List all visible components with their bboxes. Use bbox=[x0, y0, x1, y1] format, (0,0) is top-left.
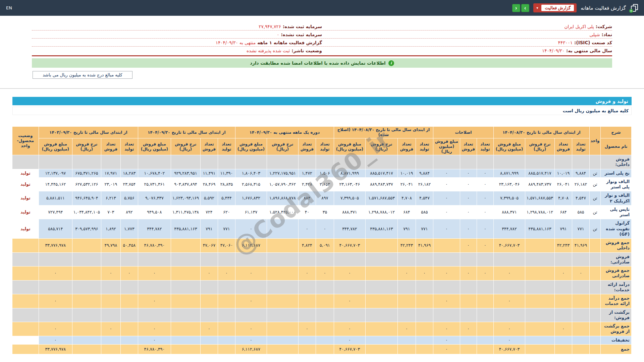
product-status-cell bbox=[12, 155, 39, 169]
topbar: + گزارش فعالیت ماهانه گزارش فعالیت ▼ › ‹… bbox=[0, 0, 644, 16]
value-cell bbox=[120, 322, 138, 336]
value-cell: ۴,۵۴۷ bbox=[572, 191, 590, 205]
prev-period-button[interactable]: ‹ bbox=[512, 4, 520, 12]
value-cell: ۰ bbox=[433, 294, 460, 308]
chevron-right-icon: › bbox=[524, 5, 526, 11]
value-cell: ۳۳,۷۷۶,۹۷۸ bbox=[39, 239, 72, 253]
value-cell: ۰ bbox=[39, 336, 72, 344]
value-cell bbox=[267, 344, 298, 354]
value-cell: ۲۸,۸۳۵ bbox=[218, 177, 235, 191]
signed-info-bar: i اطلاعات نمایش داده شده با اطلاعات امضا… bbox=[32, 58, 612, 68]
col-header: مبلغ فروش (میلیون ریال) bbox=[39, 138, 72, 155]
value-cell: ۳۴۴,۷۸۲ bbox=[334, 219, 365, 239]
value-cell: ۰ bbox=[433, 177, 460, 191]
value-cell bbox=[235, 308, 267, 322]
col-header: مبلغ فروش (میلیون ریال) bbox=[493, 138, 525, 155]
report-period-label: گزارش فعالیت ماهانه ۱ ماهه bbox=[257, 40, 322, 45]
table-row: جمع برگشت از فروش۰۰۰۰۰۰۰۰۰۰۰۰ bbox=[12, 322, 631, 336]
value-cell: ۱۰,۰۱۹ bbox=[555, 169, 572, 177]
value-cell bbox=[72, 294, 101, 308]
value-cell bbox=[267, 266, 298, 281]
value-cell bbox=[397, 280, 416, 294]
row-label-cell: تخفیفات bbox=[601, 336, 632, 344]
table-section-row: درآمد ارائه خدمات: bbox=[12, 280, 631, 294]
value-cell: ۱,۵۷۱,۶۸۷,۵۵۳ bbox=[365, 191, 397, 205]
value-cell bbox=[72, 308, 101, 322]
unit-cell bbox=[590, 308, 601, 322]
col-header: مبلغ فروش (میلیون ریال) bbox=[433, 138, 460, 155]
value-cell: ۳۳,۷۷۶,۹۷۸ bbox=[39, 344, 72, 354]
value-cell bbox=[218, 155, 235, 169]
unit-cell: تن bbox=[590, 191, 601, 205]
value-cell bbox=[365, 252, 397, 266]
group-header: از ابتدای سال مالی تا تاریخ ۱۴۰۴/۰۸/۳۰ (… bbox=[334, 127, 433, 138]
value-cell bbox=[365, 336, 397, 344]
value-cell: ۸۸۸,۳۷۱ bbox=[334, 205, 365, 219]
product-status-cell bbox=[12, 239, 39, 253]
value-cell: ۰ bbox=[298, 266, 316, 281]
next-period-button[interactable]: › bbox=[521, 4, 529, 12]
col-header-desc: شرح bbox=[601, 127, 632, 138]
col-header: تعداد فروش bbox=[397, 138, 416, 155]
value-cell bbox=[101, 294, 120, 308]
value-cell: ۹,۰۷۶,۳۳۷ bbox=[138, 191, 171, 205]
value-cell: ۲۳,۰۱۹ bbox=[101, 177, 120, 191]
value-cell: ۸۸۵,۵۱۷,۴۱۷ bbox=[365, 169, 397, 177]
value-cell: ۱۴,۴۴۵,۱۶۲ bbox=[39, 177, 72, 191]
value-cell bbox=[101, 280, 120, 294]
product-status-cell bbox=[12, 280, 39, 294]
value-cell: ۰ bbox=[235, 336, 267, 344]
fiscal-year-label: سال مالی منتهی به: bbox=[566, 48, 612, 53]
value-cell bbox=[200, 308, 218, 322]
value-cell bbox=[416, 155, 433, 169]
value-cell: ۰ bbox=[433, 336, 460, 344]
group-header: از ابتدای سال مالی تا تاریخ ۱۴۰۴/۰۹/۳۰ bbox=[138, 127, 235, 138]
registered-capital-label: سرمایه ثبت شده: bbox=[283, 24, 322, 29]
value-cell: ۹۴۶,۶۴۵,۹۰۴ bbox=[72, 191, 101, 205]
value-cell bbox=[200, 344, 218, 354]
product-status-cell bbox=[12, 344, 39, 354]
value-cell bbox=[120, 280, 138, 294]
value-cell: ۰ bbox=[334, 336, 365, 344]
value-cell bbox=[120, 294, 138, 308]
value-cell: ۱۰,۰۱۹ bbox=[397, 169, 416, 177]
value-cell bbox=[525, 252, 555, 266]
chevron-down-icon: ▼ bbox=[536, 6, 539, 10]
report-type-dropdown[interactable]: گزارش فعالیت ▼ bbox=[533, 3, 577, 12]
value-cell bbox=[365, 308, 397, 322]
col-header: تعداد تولید bbox=[120, 138, 138, 155]
row-label-cell: جمع فروش صادراتی bbox=[601, 266, 632, 281]
value-cell bbox=[416, 344, 433, 354]
value-cell: ۴۷,۰۶۰ bbox=[218, 239, 235, 253]
value-cell: ۴۲,۲۴۳ bbox=[555, 239, 572, 253]
amounts-note-wrap: کلیه مبالغ درج شده به میلیون ریال می باش… bbox=[32, 71, 612, 79]
group-header: اصلاحات bbox=[433, 127, 493, 138]
value-cell: ۰ bbox=[433, 344, 460, 354]
value-cell bbox=[572, 336, 590, 344]
table-row: نخ پلی استرتن۹,۸۸۴۱۰,۰۱۹۸۸۵,۵۱۷,۴۱۷۸,۸۷۱… bbox=[12, 169, 631, 177]
unit-cell: تن bbox=[590, 205, 601, 219]
value-cell: ۴۰ bbox=[298, 205, 316, 219]
value-cell bbox=[316, 280, 334, 294]
value-cell bbox=[218, 344, 235, 354]
amounts-note: کلیه مبالغ درج شده به میلیون ریال می باش… bbox=[33, 71, 132, 79]
value-cell bbox=[171, 280, 200, 294]
language-toggle-en[interactable]: EN bbox=[6, 5, 12, 10]
value-cell bbox=[171, 336, 200, 344]
value-cell bbox=[39, 252, 72, 266]
value-cell: ۱,۴۷۲ bbox=[298, 169, 316, 177]
value-cell: ۲,۶۵۳ bbox=[316, 177, 334, 191]
value-cell bbox=[316, 322, 334, 336]
value-cell bbox=[460, 294, 477, 308]
value-cell: ۵۸۵,۷۱۴ bbox=[39, 219, 72, 239]
col-header: مبلغ فروش (میلیون ریال) bbox=[235, 138, 267, 155]
value-cell bbox=[171, 266, 200, 281]
value-cell bbox=[72, 239, 101, 253]
col-header: تعداد فروش bbox=[555, 138, 572, 155]
value-cell: ۹۴۹,۵۰۸ bbox=[138, 205, 171, 219]
value-cell bbox=[200, 280, 218, 294]
value-cell: ۴,۸۲۴ bbox=[298, 239, 316, 253]
value-cell bbox=[365, 322, 397, 336]
value-cell: ۰ bbox=[555, 266, 572, 281]
isic-code-value: ۴۴۳۰۰۱ bbox=[558, 40, 573, 45]
